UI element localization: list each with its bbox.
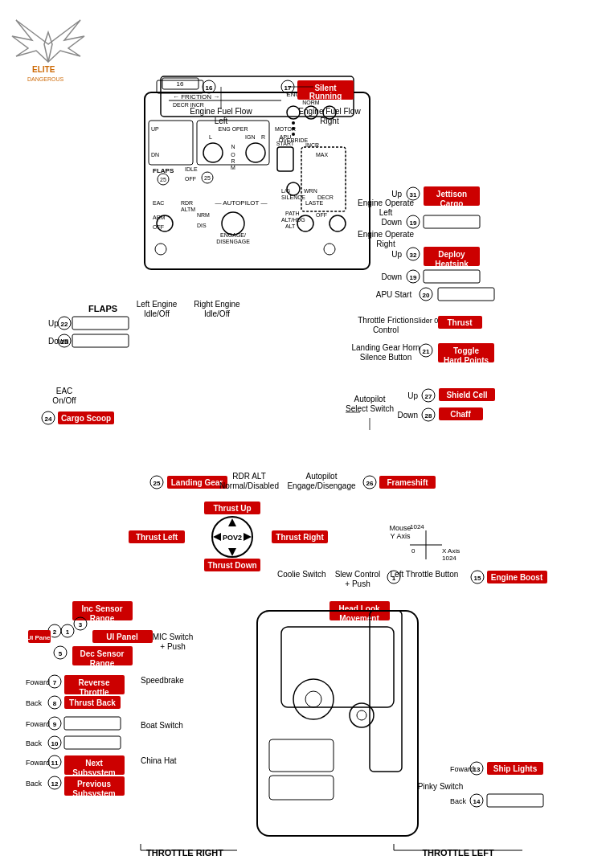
svg-text:Select Switch: Select Switch xyxy=(346,404,394,413)
svg-text:Down: Down xyxy=(381,272,402,281)
svg-text:ELITE: ELITE xyxy=(32,65,55,74)
svg-text:DIS: DIS xyxy=(197,223,207,228)
svg-text:ALTM: ALTM xyxy=(181,207,195,212)
svg-text:Thrust Up: Thrust Up xyxy=(213,504,251,513)
svg-text:3: 3 xyxy=(79,621,83,628)
svg-text:Foward: Foward xyxy=(26,720,50,728)
svg-text:DECR: DECR xyxy=(317,194,334,200)
svg-rect-278 xyxy=(370,611,402,772)
svg-text:Control: Control xyxy=(373,326,399,334)
svg-text:Previous: Previous xyxy=(77,780,112,788)
svg-text:Hard Points: Hard Points xyxy=(444,356,489,365)
svg-text:Up: Up xyxy=(391,250,402,259)
svg-text:Inc Sensor: Inc Sensor xyxy=(81,604,122,613)
svg-text:Left: Left xyxy=(379,208,393,217)
svg-text:ALT: ALT xyxy=(285,223,296,229)
svg-rect-273 xyxy=(281,627,394,707)
svg-text:15: 15 xyxy=(474,575,481,582)
svg-text:Reverse: Reverse xyxy=(79,678,110,687)
svg-text:Range: Range xyxy=(90,614,115,623)
svg-text:RDR ALT: RDR ALT xyxy=(232,472,266,481)
svg-text:ENGAGE/: ENGAGE/ xyxy=(220,232,246,238)
svg-text:— AUTOPILOT —: — AUTOPILOT — xyxy=(215,199,267,207)
svg-text:Engine Fuel Flow: Engine Fuel Flow xyxy=(298,107,361,116)
svg-text:17: 17 xyxy=(284,84,292,92)
svg-point-27 xyxy=(203,143,223,162)
svg-text:Cargo Scoop: Cargo Scoop xyxy=(61,414,111,423)
svg-text:N: N xyxy=(231,144,235,149)
svg-text:IDLE: IDLE xyxy=(185,166,198,172)
svg-marker-177 xyxy=(228,518,236,526)
svg-text:RDR: RDR xyxy=(181,200,193,206)
svg-text:9: 9 xyxy=(53,721,57,728)
svg-text:IGN: IGN xyxy=(245,134,255,140)
svg-text:Thrust Right: Thrust Right xyxy=(276,533,324,542)
svg-text:Next: Next xyxy=(85,759,103,768)
svg-text:EAC: EAC xyxy=(56,387,73,395)
svg-text:EAC: EAC xyxy=(153,200,164,206)
svg-text:Landing Gear Horn: Landing Gear Horn xyxy=(351,343,420,352)
svg-text:Throttle: Throttle xyxy=(79,688,109,697)
svg-text:Mouse: Mouse xyxy=(389,524,411,532)
svg-text:2: 2 xyxy=(53,628,57,636)
svg-text:MIC Switch: MIC Switch xyxy=(153,633,194,641)
svg-text:M: M xyxy=(231,165,235,170)
svg-text:25: 25 xyxy=(154,480,161,487)
svg-text:1: 1 xyxy=(66,628,70,636)
svg-text:Down: Down xyxy=(397,411,418,420)
svg-text:Foward: Foward xyxy=(26,678,50,686)
svg-text:DANGEROUS: DANGEROUS xyxy=(27,76,63,82)
svg-text:16: 16 xyxy=(177,80,184,88)
svg-text:Ship Lights: Ship Lights xyxy=(493,764,538,773)
svg-text:22: 22 xyxy=(61,321,68,328)
svg-text:21: 21 xyxy=(423,348,430,355)
svg-text:Chaff: Chaff xyxy=(450,410,471,419)
svg-text:Silence Button: Silence Button xyxy=(360,353,412,362)
page-container: ELITE DANGEROUS ← FRICTION → DECR INCR E… xyxy=(0,0,614,868)
svg-text:12: 12 xyxy=(51,780,59,788)
svg-text:START: START xyxy=(276,141,295,146)
svg-point-62 xyxy=(324,244,335,255)
svg-point-14 xyxy=(292,121,295,125)
svg-text:14: 14 xyxy=(473,798,481,805)
svg-marker-178 xyxy=(228,548,236,556)
svg-text:26: 26 xyxy=(366,480,374,487)
svg-text:Landing Gear: Landing Gear xyxy=(171,478,223,487)
svg-text:NORM: NORM xyxy=(302,100,320,105)
svg-text:L: L xyxy=(209,134,212,140)
svg-text:5: 5 xyxy=(59,650,63,657)
svg-text:China Hat: China Hat xyxy=(141,756,177,765)
svg-text:27: 27 xyxy=(425,393,432,400)
svg-text:Right: Right xyxy=(320,117,339,125)
svg-text:UI Panel: UI Panel xyxy=(106,633,138,641)
svg-text:Autopilot: Autopilot xyxy=(306,472,338,481)
svg-rect-132 xyxy=(72,317,129,330)
svg-text:Boat Switch: Boat Switch xyxy=(141,721,183,730)
svg-text:13: 13 xyxy=(473,766,481,773)
svg-text:Thrust Left: Thrust Left xyxy=(136,533,178,542)
svg-text:Subsystem: Subsystem xyxy=(72,789,115,798)
svg-text:Dec Sensor: Dec Sensor xyxy=(80,649,124,658)
svg-text:Down: Down xyxy=(381,218,402,227)
svg-text:7: 7 xyxy=(53,679,57,686)
svg-text:Heatsink: Heatsink xyxy=(435,260,469,268)
svg-text:THROTTLE LEFT: THROTTLE LEFT xyxy=(422,848,493,858)
svg-text:10: 10 xyxy=(51,740,59,747)
svg-text:THROTTLE RIGHT: THROTTLE RIGHT xyxy=(146,848,223,858)
svg-rect-99 xyxy=(424,215,480,228)
main-diagram: ELITE DANGEROUS ← FRICTION → DECR INCR E… xyxy=(0,0,614,868)
svg-text:Movement: Movement xyxy=(339,614,379,623)
svg-text:Head Look: Head Look xyxy=(338,604,380,613)
svg-rect-32 xyxy=(277,147,293,171)
svg-text:Cargo: Cargo xyxy=(440,199,464,208)
svg-text:APU Start: APU Start xyxy=(376,290,412,299)
svg-text:20: 20 xyxy=(423,292,430,299)
svg-text:Shield Cell: Shield Cell xyxy=(446,391,487,399)
svg-text:ALT/HDG: ALT/HDG xyxy=(281,217,305,223)
svg-marker-180 xyxy=(244,533,252,541)
svg-text:Back: Back xyxy=(26,699,43,707)
svg-text:Pinky Switch: Pinky Switch xyxy=(418,782,464,791)
svg-text:Thrust Back: Thrust Back xyxy=(69,698,116,707)
svg-text:Range: Range xyxy=(90,659,115,668)
svg-text:+ Push: + Push xyxy=(345,579,370,588)
